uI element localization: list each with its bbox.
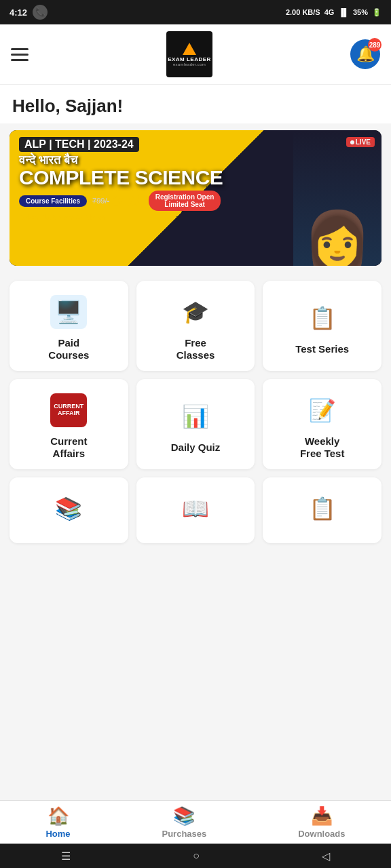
hamburger-line3 [11,59,29,61]
logo-text: EXAM LEADER [168,56,211,62]
greeting-section: Hello, Sajjan! [0,85,391,123]
notification-button[interactable]: 🔔 289 [350,39,380,69]
logo-sub: examleader.com [173,62,206,66]
books-icon-3 [302,490,343,527]
test-icon-shape [304,301,341,335]
current-icon-text: CURRENTAFFAIR [54,403,83,417]
hamburger-line2 [11,54,29,56]
weekly-free-test-card[interactable]: WeeklyFree Test [263,379,381,469]
status-bar: 4:12 📞 2.00 KB/S 4G ▐▌ 35% 🔋 [0,0,391,24]
grid-section: PaidCourses FreeClasses Test Series CURR… [0,278,391,550]
books-shape-2 [177,492,214,526]
banner-top-line: ALP | TECH | 2023-24 [19,137,139,152]
greeting-text: Hello, Sajjan! [12,96,379,117]
weekly-free-test-label: WeeklyFree Test [300,435,345,460]
battery-level: 35% [353,8,368,16]
free-classes-icon [175,293,216,330]
daily-quiz-card[interactable]: Daily Quiz [136,379,255,469]
books-shape-1 [50,492,87,526]
free-icon-shape [177,295,214,329]
books-card-1[interactable] [10,477,128,543]
nav-home[interactable]: 🏠 Home [35,803,81,842]
daily-quiz-label: Daily Quiz [171,441,221,454]
promo-banner[interactable]: ALP | TECH | 2023-24 वन्दे भारत बैच COMP… [10,130,381,266]
books-shape-3 [304,492,341,526]
current-affairs-label: CurrentAffairs [50,435,87,460]
status-right: 2.00 KB/S 4G ▐▌ 35% 🔋 [286,8,381,17]
android-home-btn[interactable]: ○ [193,850,200,862]
nav-purchases[interactable]: 📚 Purchases [151,803,218,842]
paid-courses-icon [48,293,89,330]
android-navbar: ☰ ○ ◁ [0,844,391,868]
network-type: 4G [324,8,335,16]
weekly-icon-shape [304,393,341,427]
status-left: 4:12 📞 [10,5,48,20]
test-series-label: Test Series [295,343,349,355]
banner-person-emoji: 👩 [303,208,371,266]
banner-registration: Registration Open Limited Seat [149,191,221,211]
home-icon: 🏠 [48,806,69,827]
grid-row-3 [10,477,381,543]
hamburger-menu[interactable] [11,48,29,61]
banner-facilities: Course Facilities [19,195,87,207]
banner-new-price: 349/- [112,193,143,209]
bottom-navigation: 🏠 Home 📚 Purchases 📥 Downloads [0,800,391,844]
downloads-icon: 📥 [311,806,333,827]
nav-downloads[interactable]: 📥 Downloads [287,803,356,842]
battery-icon: 🔋 [372,8,381,17]
banner-reg-text: Registration Open [155,193,215,201]
current-affairs-card[interactable]: CURRENTAFFAIR CurrentAffairs [10,379,128,469]
network-speed: 2.00 KB/S [286,8,320,16]
signal-icon: ▐▌ [338,8,349,16]
banner-old-price: 799/- [92,197,109,205]
test-series-icon [302,299,343,336]
phone-icon: 📞 [33,5,48,20]
notification-badge: 289 [368,38,381,52]
current-affairs-icon: CURRENTAFFAIR [48,391,89,429]
banner-person: 👩 [293,130,381,266]
banner-price: 799/- 349/- [92,193,143,209]
free-classes-card[interactable]: FreeClasses [136,281,255,371]
nav-purchases-label: Purchases [162,829,207,839]
nav-downloads-label: Downloads [298,829,345,839]
nav-home-label: Home [45,829,70,839]
app-logo[interactable]: EXAM LEADER examleader.com [166,31,212,77]
free-classes-label: FreeClasses [176,337,215,361]
quiz-icon-shape [177,399,214,433]
android-back-btn[interactable]: ◁ [322,850,330,863]
status-time: 4:12 [10,7,27,18]
paid-icon-shape [50,295,87,329]
books-card-3[interactable] [263,477,381,543]
paid-courses-card[interactable]: PaidCourses [10,281,128,371]
hamburger-line1 [11,48,29,50]
grid-row-2: CURRENTAFFAIR CurrentAffairs Daily Quiz … [10,379,381,469]
daily-quiz-icon [175,397,216,435]
android-menu-btn[interactable]: ☰ [61,850,71,863]
current-icon-shape: CURRENTAFFAIR [50,393,87,427]
header: EXAM LEADER examleader.com 🔔 289 [0,24,391,85]
books-icon-2 [175,490,216,527]
paid-courses-label: PaidCourses [48,337,89,361]
banner-seat-text: Limited Seat [164,201,204,208]
books-card-2[interactable] [136,477,255,543]
books-icon-1 [48,490,89,527]
logo-triangle [183,43,196,55]
weekly-free-test-icon [302,391,343,429]
purchases-icon: 📚 [173,806,195,827]
test-series-card[interactable]: Test Series [263,281,381,371]
grid-row-1: PaidCourses FreeClasses Test Series [10,281,381,371]
